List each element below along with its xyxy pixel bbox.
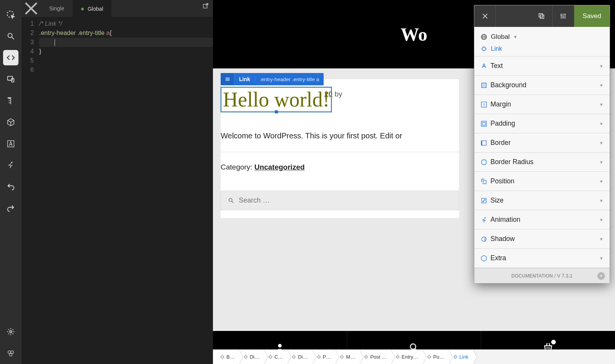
section-label: Text [490,62,599,70]
left-toolbar [0,0,22,364]
selection-toolbar[interactable]: Link .entry-header .entry-title a [221,73,324,85]
inspector-sections: Text▼Background▼Margin▼Padding▼Border▼Bo… [474,57,610,268]
inspector-footer: DOCUMENTATION / V 7.3.1 [474,268,610,283]
target-element[interactable]: Link [480,42,603,54]
section-text[interactable]: Text▼ [474,57,610,76]
tool-code[interactable] [3,50,18,65]
scope-selector[interactable]: Global ▼ [480,32,603,42]
target-icon [291,354,296,359]
crumb-label: P… [323,354,331,360]
code-panel: Single Global 1/* Link */2.entry-header … [22,0,213,364]
target-icon [427,354,432,359]
code-editor[interactable]: 1/* Link */2.entry-header .entry-title a… [22,17,213,364]
section-position[interactable]: Position▼ [474,172,610,191]
section-shadow[interactable]: Shadow▼ [474,229,610,249]
margin-icon [480,101,490,108]
chevron-down-icon: ▼ [599,141,603,145]
entry-title-link[interactable]: Hello world! [221,87,331,112]
tool-selector[interactable] [3,7,18,22]
section-background[interactable]: Background▼ [474,76,610,95]
section-animation[interactable]: Animation▼ [474,210,610,229]
version-label: DOCUMENTATION / V 7.3.1 [511,273,572,279]
tool-search[interactable] [3,28,18,44]
tab-global-label: Global [88,6,103,12]
crumb-label: Di… [298,354,308,360]
tab-global[interactable]: Global [73,0,111,17]
tool-settings[interactable] [3,324,18,339]
dom-breadcrumb: B…Di…C…Di…P…M…Post …Entry…Po…Link [213,349,615,364]
chevron-down-icon: ▼ [599,179,603,184]
section-label: Position [490,177,599,185]
crumb-0[interactable]: B… [213,350,239,364]
category-link[interactable]: Uncategorized [254,163,305,171]
save-status[interactable]: Saved [574,5,610,27]
animation-icon [480,216,490,223]
search-input[interactable] [239,196,452,204]
drag-handle-icon[interactable] [221,73,234,85]
section-label: Margin [490,100,599,108]
chevron-down-icon: ▼ [513,35,517,39]
tool-3d[interactable] [3,115,18,130]
extra-icon [480,255,490,262]
search-widget [221,191,459,210]
section-size[interactable]: Size▼ [474,191,610,210]
chevron-down-icon: ▼ [599,102,603,107]
crumb-label: Post … [370,354,387,360]
close-code-panel[interactable] [22,0,41,17]
crumb-label: M… [346,354,355,360]
section-extra[interactable]: Extra▼ [474,249,610,268]
section-padding[interactable]: Padding▼ [474,114,610,133]
shadow-icon [480,236,490,243]
radius-icon [480,159,490,166]
selection-wrap: Link .entry-header .entry-title a 20 by … [221,87,459,112]
padding-icon [480,120,490,127]
section-margin[interactable]: Margin▼ [474,95,610,114]
chevron-down-icon: ▼ [599,237,603,241]
background-icon [480,82,490,89]
target-icon [243,354,248,359]
section-label: Border Radius [490,158,599,166]
search-icon [228,197,234,204]
chevron-down-icon: ▼ [599,198,603,203]
selected-element[interactable]: Hello world! [221,87,332,112]
inspector-panel: Saved Global ▼ Link Text▼Background▼Marg… [474,5,610,283]
post-category: Category: Uncategorized [221,152,459,171]
section-label: Animation [490,216,599,224]
tool-animation[interactable] [3,158,18,173]
selection-label: Link [234,76,255,82]
post-content: Welcome to WordPress. This is your first… [221,124,459,152]
tool-ruler[interactable] [3,93,18,108]
tool-typography[interactable] [3,136,18,151]
position-icon [480,178,490,185]
crumb-label: B… [226,354,235,360]
play-button[interactable] [597,272,605,280]
tool-extensions[interactable] [3,346,18,361]
inspector-close[interactable] [474,5,496,27]
globe-icon [480,33,487,40]
chevron-down-icon: ▼ [599,83,603,88]
crumb-label: Link [459,354,469,360]
scope-label: Global [491,33,510,41]
category-label: Category: [221,163,254,171]
section-label: Border [490,139,599,147]
inspector-copy[interactable] [531,5,553,27]
size-icon [480,197,490,204]
target-icon [480,45,487,52]
target-icon [364,354,369,359]
tool-undo[interactable] [3,179,18,194]
section-border[interactable]: Border▼ [474,133,610,153]
target-icon [395,354,400,359]
tool-redo[interactable] [3,201,18,216]
section-label: Extra [490,254,599,262]
inspector-settings[interactable] [553,5,574,27]
section-border-radius[interactable]: Border Radius▼ [474,153,610,172]
selection-path: .entry-header .entry-title a [255,76,324,82]
tab-single[interactable]: Single [41,0,73,17]
popout-button[interactable] [202,2,209,11]
post-by: by [334,90,342,98]
crumb-label: Po… [433,354,444,360]
chevron-down-icon: ▼ [599,64,603,68]
section-label: Shadow [490,235,599,243]
target-icon [339,354,344,359]
tool-devices[interactable] [3,71,18,87]
